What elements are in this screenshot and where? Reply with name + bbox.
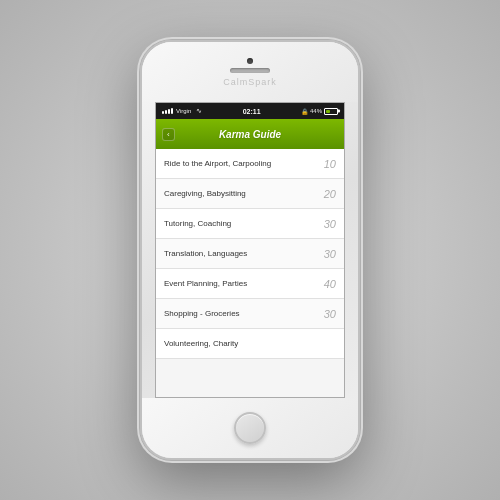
item-label: Translation, Languages [164,249,247,258]
item-value: 40 [324,278,336,290]
app-name-label: CalmSpark [223,77,277,87]
list-item[interactable]: Event Planning, Parties40 [156,269,344,299]
item-label: Ride to the Airport, Carpooling [164,159,271,168]
status-bar: Virgin ∿ 02:11 🔒 44% [156,103,344,119]
item-label: Volunteering, Charity [164,339,238,348]
lock-icon: 🔒 [301,108,308,115]
battery-fill [326,110,330,113]
item-value: 10 [324,158,336,170]
list-item[interactable]: Shopping - Groceries30 [156,299,344,329]
battery-percent-label: 44% [310,108,322,114]
list-item[interactable]: Tutoring, Coaching30 [156,209,344,239]
item-value: 30 [324,218,336,230]
karma-list: Ride to the Airport, Carpooling10Caregiv… [156,149,344,397]
speaker [230,68,270,73]
item-label: Caregiving, Babysitting [164,189,246,198]
item-value: 30 [324,308,336,320]
wifi-icon: ∿ [196,107,202,115]
item-value: 30 [324,248,336,260]
back-chevron-icon: ‹ [167,130,170,139]
battery-tip [338,110,340,113]
item-label: Event Planning, Parties [164,279,247,288]
phone-top: CalmSpark [142,42,358,102]
list-item[interactable]: Ride to the Airport, Carpooling10 [156,149,344,179]
list-item[interactable]: Translation, Languages30 [156,239,344,269]
list-item[interactable]: Caregiving, Babysitting20 [156,179,344,209]
carrier-label: Virgin [176,108,191,114]
nav-title: Karma Guide [219,129,281,140]
signal-icon [162,108,173,114]
phone-bottom [142,398,358,458]
item-label: Tutoring, Coaching [164,219,231,228]
status-right: 🔒 44% [301,108,338,115]
nav-bar: ‹ Karma Guide [156,119,344,149]
list-item[interactable]: Volunteering, Charity [156,329,344,359]
item-value: 20 [324,188,336,200]
phone: CalmSpark Virgin ∿ 02:11 🔒 [140,40,360,460]
status-left: Virgin ∿ [162,107,202,115]
home-button[interactable] [234,412,266,444]
item-label: Shopping - Groceries [164,309,240,318]
battery-icon [324,108,338,115]
back-button[interactable]: ‹ [162,128,175,141]
front-camera-icon [247,58,253,64]
screen: Virgin ∿ 02:11 🔒 44% ‹ Karma [155,102,345,398]
time-label: 02:11 [243,108,261,115]
phone-wrapper: CalmSpark Virgin ∿ 02:11 🔒 [140,40,360,460]
